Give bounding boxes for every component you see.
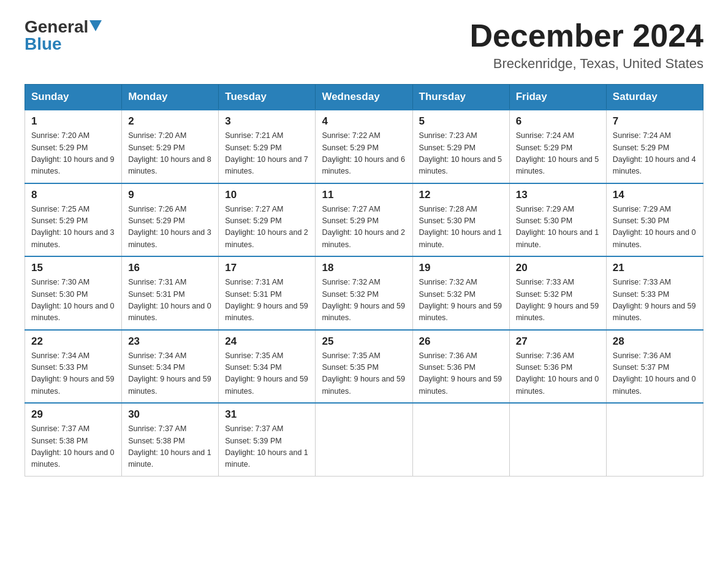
day-info: Sunrise: 7:37 AMSunset: 5:38 PMDaylight:… [128,423,212,471]
day-info: Sunrise: 7:21 AMSunset: 5:29 PMDaylight:… [225,130,309,178]
day-info: Sunrise: 7:35 AMSunset: 5:34 PMDaylight:… [225,350,309,398]
day-number: 22 [31,335,115,348]
calendar-cell: 17Sunrise: 7:31 AMSunset: 5:31 PMDayligh… [219,256,316,330]
day-number: 19 [419,262,503,274]
day-number: 14 [613,189,697,201]
calendar-cell [606,403,703,476]
day-number: 6 [516,115,600,128]
day-number: 17 [225,262,309,274]
day-number: 3 [225,115,309,128]
day-info: Sunrise: 7:29 AMSunset: 5:30 PMDaylight:… [613,204,697,251]
calendar-cell: 16Sunrise: 7:31 AMSunset: 5:31 PMDayligh… [122,256,219,330]
day-info: Sunrise: 7:32 AMSunset: 5:32 PMDaylight:… [419,277,503,324]
day-info: Sunrise: 7:32 AMSunset: 5:32 PMDaylight:… [322,277,406,324]
calendar-table: SundayMondayTuesdayWednesdayThursdayFrid… [25,84,703,477]
day-number: 18 [322,262,406,274]
calendar-cell: 23Sunrise: 7:34 AMSunset: 5:34 PMDayligh… [122,330,219,404]
calendar-cell: 6Sunrise: 7:24 AMSunset: 5:29 PMDaylight… [509,110,606,183]
location-title: Breckenridge, Texas, United States [469,56,703,72]
calendar-cell: 1Sunrise: 7:20 AMSunset: 5:29 PMDaylight… [25,110,122,183]
calendar-cell: 20Sunrise: 7:33 AMSunset: 5:32 PMDayligh… [509,256,606,330]
day-number: 1 [31,115,115,128]
month-title: December 2024 [469,18,703,53]
day-info: Sunrise: 7:27 AMSunset: 5:29 PMDaylight:… [225,204,309,251]
day-header-tuesday: Tuesday [219,85,316,110]
day-info: Sunrise: 7:35 AMSunset: 5:35 PMDaylight:… [322,350,406,398]
day-number: 13 [516,189,600,201]
day-info: Sunrise: 7:29 AMSunset: 5:30 PMDaylight:… [516,204,600,251]
day-number: 24 [225,335,309,348]
week-row-4: 22Sunrise: 7:34 AMSunset: 5:33 PMDayligh… [25,330,703,404]
day-info: Sunrise: 7:24 AMSunset: 5:29 PMDaylight:… [613,130,697,178]
day-number: 31 [225,408,309,421]
logo-general-text: General [25,18,88,36]
calendar-cell: 8Sunrise: 7:25 AMSunset: 5:29 PMDaylight… [25,183,122,257]
day-info: Sunrise: 7:33 AMSunset: 5:33 PMDaylight:… [613,277,697,324]
day-number: 2 [128,115,212,128]
calendar-cell [412,403,509,476]
calendar-cell: 14Sunrise: 7:29 AMSunset: 5:30 PMDayligh… [606,183,703,257]
calendar-cell: 25Sunrise: 7:35 AMSunset: 5:35 PMDayligh… [316,330,412,404]
calendar-cell: 24Sunrise: 7:35 AMSunset: 5:34 PMDayligh… [219,330,316,404]
calendar-cell: 31Sunrise: 7:37 AMSunset: 5:39 PMDayligh… [219,403,316,476]
calendar-cell: 5Sunrise: 7:23 AMSunset: 5:29 PMDaylight… [412,110,509,183]
day-info: Sunrise: 7:22 AMSunset: 5:29 PMDaylight:… [322,130,406,178]
day-header-wednesday: Wednesday [316,85,412,110]
calendar-cell: 9Sunrise: 7:26 AMSunset: 5:29 PMDaylight… [122,183,219,257]
day-info: Sunrise: 7:25 AMSunset: 5:29 PMDaylight:… [31,204,115,251]
day-header-thursday: Thursday [412,85,509,110]
day-info: Sunrise: 7:23 AMSunset: 5:29 PMDaylight:… [419,130,503,178]
calendar-cell: 11Sunrise: 7:27 AMSunset: 5:29 PMDayligh… [316,183,412,257]
day-header-saturday: Saturday [606,85,703,110]
day-number: 28 [613,335,697,348]
day-info: Sunrise: 7:27 AMSunset: 5:29 PMDaylight:… [322,204,406,251]
calendar-cell: 4Sunrise: 7:22 AMSunset: 5:29 PMDaylight… [316,110,412,183]
day-number: 25 [322,335,406,348]
day-number: 8 [31,189,115,201]
week-row-5: 29Sunrise: 7:37 AMSunset: 5:38 PMDayligh… [25,403,703,476]
calendar-cell [509,403,606,476]
day-info: Sunrise: 7:34 AMSunset: 5:33 PMDaylight:… [31,350,115,398]
calendar-cell: 27Sunrise: 7:36 AMSunset: 5:36 PMDayligh… [509,330,606,404]
calendar-cell: 10Sunrise: 7:27 AMSunset: 5:29 PMDayligh… [219,183,316,257]
page-header: General Blue December 2024 Breckenridge,… [25,18,703,72]
day-info: Sunrise: 7:20 AMSunset: 5:29 PMDaylight:… [31,130,115,178]
day-info: Sunrise: 7:33 AMSunset: 5:32 PMDaylight:… [516,277,600,324]
day-number: 7 [613,115,697,128]
day-info: Sunrise: 7:34 AMSunset: 5:34 PMDaylight:… [128,350,212,398]
calendar-cell: 26Sunrise: 7:36 AMSunset: 5:36 PMDayligh… [412,330,509,404]
day-number: 21 [613,262,697,274]
calendar-cell: 28Sunrise: 7:36 AMSunset: 5:37 PMDayligh… [606,330,703,404]
day-headers-row: SundayMondayTuesdayWednesdayThursdayFrid… [25,85,703,110]
day-number: 9 [128,189,212,201]
calendar-cell: 22Sunrise: 7:34 AMSunset: 5:33 PMDayligh… [25,330,122,404]
day-info: Sunrise: 7:36 AMSunset: 5:36 PMDaylight:… [419,350,503,398]
calendar-cell: 21Sunrise: 7:33 AMSunset: 5:33 PMDayligh… [606,256,703,330]
day-info: Sunrise: 7:36 AMSunset: 5:37 PMDaylight:… [613,350,697,398]
logo: General Blue [25,18,102,53]
day-number: 10 [225,189,309,201]
logo-triangle-icon [89,20,102,31]
calendar-cell: 2Sunrise: 7:20 AMSunset: 5:29 PMDaylight… [122,110,219,183]
calendar-cell: 7Sunrise: 7:24 AMSunset: 5:29 PMDaylight… [606,110,703,183]
day-number: 15 [31,262,115,274]
title-area: December 2024 Breckenridge, Texas, Unite… [469,18,703,72]
day-info: Sunrise: 7:31 AMSunset: 5:31 PMDaylight:… [225,277,309,324]
day-header-friday: Friday [509,85,606,110]
day-info: Sunrise: 7:26 AMSunset: 5:29 PMDaylight:… [128,204,212,251]
calendar-cell: 3Sunrise: 7:21 AMSunset: 5:29 PMDaylight… [219,110,316,183]
day-number: 11 [322,189,406,201]
day-number: 29 [31,408,115,421]
day-number: 12 [419,189,503,201]
day-number: 23 [128,335,212,348]
calendar-cell: 15Sunrise: 7:30 AMSunset: 5:30 PMDayligh… [25,256,122,330]
day-info: Sunrise: 7:37 AMSunset: 5:39 PMDaylight:… [225,423,309,471]
day-number: 5 [419,115,503,128]
calendar-cell [316,403,412,476]
day-header-monday: Monday [122,85,219,110]
day-number: 27 [516,335,600,348]
day-number: 30 [128,408,212,421]
calendar-cell: 13Sunrise: 7:29 AMSunset: 5:30 PMDayligh… [509,183,606,257]
day-info: Sunrise: 7:36 AMSunset: 5:36 PMDaylight:… [516,350,600,398]
logo-blue-text: Blue [25,36,62,53]
